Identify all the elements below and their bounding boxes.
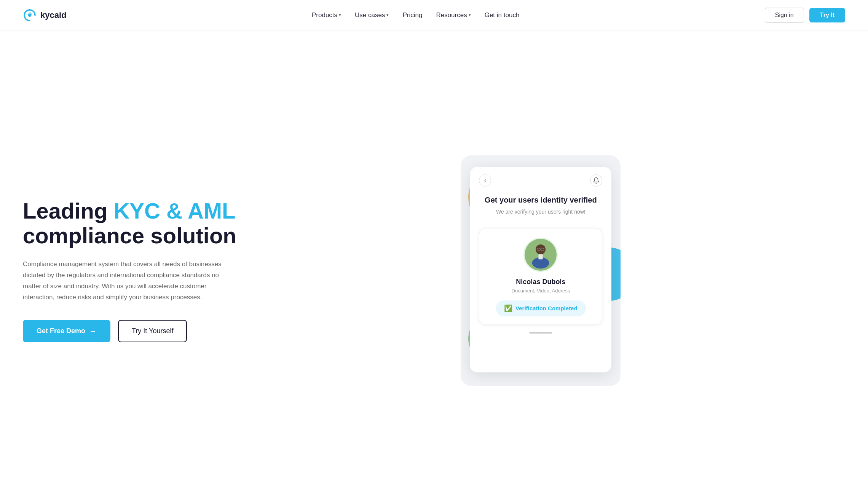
nav-get-in-touch[interactable]: Get in touch <box>485 11 520 19</box>
nav-resources[interactable]: Resources ▾ <box>436 11 471 19</box>
phone-bottom-bar <box>479 332 602 334</box>
nav-links: Products ▾ Use cases ▾ Pricing Resources… <box>312 11 519 19</box>
resources-chevron-icon: ▾ <box>469 13 471 18</box>
checkmark-icon: ✅ <box>504 304 512 313</box>
back-chevron-icon: ‹ <box>484 177 486 184</box>
phone-card: ‹ Get your users identity verified We ar… <box>461 155 621 386</box>
user-tags: Document, Video, Address <box>512 288 570 294</box>
hero-content: Leading KYC & AML compliance solution Co… <box>23 199 236 342</box>
verification-badge: ✅ Verification Completed <box>496 300 586 316</box>
phone-subheading: We are verifying your users right now! <box>479 208 602 216</box>
svg-rect-4 <box>539 254 543 259</box>
brand-name: kycaid <box>40 10 67 20</box>
signin-button[interactable]: Sign in <box>765 8 804 23</box>
phone-back-button[interactable]: ‹ <box>479 174 491 187</box>
user-name: Nicolas Dubois <box>516 278 565 286</box>
hero-section: Leading KYC & AML compliance solution Co… <box>0 30 868 503</box>
brand-logo-icon <box>23 8 37 22</box>
tryit-button[interactable]: Try It <box>809 8 845 22</box>
home-indicator <box>529 332 552 334</box>
use-cases-chevron-icon: ▾ <box>386 13 389 18</box>
hero-buttons: Get Free Demo → Try It Yourself <box>23 320 236 342</box>
phone-heading: Get your users identity verified <box>479 195 602 205</box>
user-card: Nicolas Dubois Document, Video, Address … <box>479 228 602 324</box>
demo-arrow-icon: → <box>89 327 97 335</box>
verification-status: Verification Completed <box>515 305 578 311</box>
nav-actions: Sign in Try It <box>765 8 845 23</box>
nav-products[interactable]: Products ▾ <box>312 11 341 19</box>
brand-logo[interactable]: kycaid <box>23 8 67 22</box>
phone-mockup-area: ‹ Get your users identity verified We ar… <box>236 141 845 400</box>
nav-use-cases[interactable]: Use cases ▾ <box>355 11 389 19</box>
user-avatar-image <box>525 238 557 272</box>
navbar: kycaid Products ▾ Use cases ▾ Pricing Re… <box>0 0 868 30</box>
products-chevron-icon: ▾ <box>339 13 341 18</box>
nav-pricing[interactable]: Pricing <box>402 11 422 19</box>
phone-screen: ‹ Get your users identity verified We ar… <box>470 167 611 372</box>
phone-top-bar: ‹ <box>479 174 602 187</box>
hero-title: Leading KYC & AML compliance solution <box>23 199 236 248</box>
bell-icon <box>593 177 600 184</box>
try-it-yourself-button[interactable]: Try It Yourself <box>118 320 187 342</box>
get-free-demo-button[interactable]: Get Free Demo → <box>23 320 110 342</box>
svg-point-0 <box>28 14 31 17</box>
phone-notification-button[interactable] <box>590 174 602 187</box>
user-avatar <box>523 238 558 272</box>
hero-description: Compliance management system that covers… <box>23 259 236 303</box>
